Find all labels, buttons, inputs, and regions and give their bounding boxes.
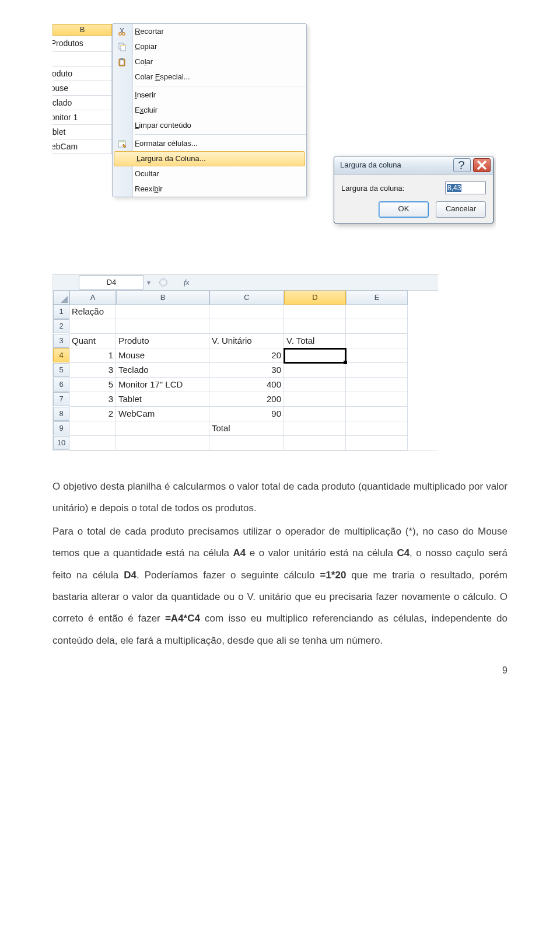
column-header[interactable]: B <box>116 291 209 305</box>
column-header[interactable]: B <box>52 24 112 36</box>
menu-item[interactable]: Limpar conteúdo <box>113 118 306 133</box>
row-header[interactable]: 6 <box>53 378 69 392</box>
cell[interactable]: 5 <box>69 378 116 392</box>
menu-item-label: Largura da Coluna... <box>133 151 304 166</box>
cell[interactable] <box>284 363 346 378</box>
formula-bar[interactable] <box>189 276 195 289</box>
cell[interactable]: Quant <box>69 334 116 348</box>
menu-item[interactable]: Recortar <box>113 24 306 39</box>
cell[interactable]: Monitor 1 <box>52 110 111 125</box>
name-box[interactable]: D4 <box>79 275 144 289</box>
cell[interactable]: WebCam <box>116 407 209 421</box>
menu-item[interactable]: Excluir <box>113 103 306 118</box>
column-header[interactable]: A <box>69 291 116 305</box>
menu-item[interactable]: Copiar <box>113 39 306 54</box>
cell[interactable] <box>284 421 346 436</box>
cell[interactable] <box>346 407 408 421</box>
cell[interactable] <box>209 305 284 319</box>
menu-item[interactable]: Colar <box>113 54 306 69</box>
cell[interactable]: 200 <box>209 392 284 407</box>
cell[interactable]: Mouse <box>52 81 111 96</box>
cell[interactable] <box>346 363 408 378</box>
cell[interactable] <box>346 319 408 334</box>
menu-item[interactable]: Inserir <box>113 88 306 103</box>
fx-icon[interactable]: fx <box>184 278 189 287</box>
cell[interactable] <box>346 421 408 436</box>
cell[interactable]: Mouse <box>116 348 209 363</box>
select-all-corner[interactable] <box>53 291 69 305</box>
cell[interactable] <box>284 319 346 334</box>
cell[interactable]: V. Unitário <box>209 334 284 348</box>
cell[interactable] <box>284 407 346 421</box>
column-header[interactable]: D <box>284 291 346 305</box>
close-button[interactable] <box>473 158 491 172</box>
cell[interactable]: Relação de Produtos <box>69 305 116 319</box>
row-header[interactable]: 4 <box>53 348 69 362</box>
cell[interactable] <box>346 392 408 407</box>
cell[interactable] <box>209 319 284 334</box>
cell[interactable]: Total <box>209 421 284 436</box>
cell[interactable] <box>284 348 346 363</box>
cell[interactable]: 20 <box>209 348 284 363</box>
cell[interactable]: Tablet <box>116 392 209 407</box>
row-header[interactable]: 8 <box>53 407 69 421</box>
cell[interactable] <box>284 305 346 319</box>
name-box-dropdown-icon[interactable]: ▼ <box>144 280 153 286</box>
cell[interactable]: 3 <box>69 392 116 407</box>
cell[interactable] <box>346 348 408 363</box>
cancel-button[interactable]: Cancelar <box>436 201 486 218</box>
cell[interactable]: e Produtos <box>52 36 111 52</box>
cell[interactable] <box>346 305 408 319</box>
cell[interactable]: 400 <box>209 378 284 392</box>
column-header[interactable]: E <box>346 291 408 305</box>
cell[interactable] <box>284 392 346 407</box>
cell[interactable] <box>116 421 209 436</box>
column-width-input[interactable]: 8,43 <box>445 181 486 194</box>
cell[interactable] <box>69 436 116 451</box>
cell[interactable] <box>209 436 284 451</box>
cell[interactable] <box>52 52 111 67</box>
menu-item[interactable]: Formatar células... <box>113 136 306 151</box>
cell[interactable]: 90 <box>209 407 284 421</box>
menu-item[interactable]: Ocultar <box>113 166 306 181</box>
cell[interactable]: Monitor 17" LCD <box>116 378 209 392</box>
cell[interactable] <box>346 436 408 451</box>
row-header[interactable]: 5 <box>53 363 69 377</box>
cell[interactable] <box>116 305 209 319</box>
cell[interactable]: 3 <box>69 363 116 378</box>
row-header[interactable]: 10 <box>53 436 69 450</box>
cell[interactable]: V. Total <box>284 334 346 348</box>
cell[interactable]: WebCam <box>52 139 111 154</box>
cell[interactable]: Teclado <box>116 363 209 378</box>
dialog-title-bar: Largura da coluna ? <box>334 156 493 174</box>
row-header[interactable]: 7 <box>53 392 69 406</box>
cell[interactable] <box>284 378 346 392</box>
row-header[interactable]: 9 <box>53 421 69 435</box>
row-header[interactable]: 3 <box>53 334 69 348</box>
cell[interactable] <box>69 421 116 436</box>
cell[interactable] <box>346 378 408 392</box>
cell[interactable]: 2 <box>69 407 116 421</box>
cell[interactable] <box>116 319 209 334</box>
cell[interactable]: Produto <box>52 67 111 81</box>
cell[interactable]: 30 <box>209 363 284 378</box>
ok-button[interactable]: OK <box>379 201 429 218</box>
body-text: O objetivo desta planilha é calcularmos … <box>52 476 508 651</box>
row-header[interactable]: 1 <box>53 305 69 319</box>
cell[interactable] <box>69 319 116 334</box>
column-header[interactable]: C <box>209 291 284 305</box>
cell[interactable] <box>116 436 209 451</box>
menu-item[interactable]: Colar Especial... <box>113 69 306 85</box>
cell[interactable]: 1 <box>69 348 116 363</box>
menu-item[interactable]: Largura da Coluna... <box>114 151 305 166</box>
cell[interactable] <box>284 436 346 451</box>
cell[interactable]: Tablet <box>52 125 111 139</box>
row-header[interactable]: 2 <box>53 319 69 333</box>
help-button[interactable]: ? <box>453 158 471 172</box>
cell[interactable]: Produto <box>116 334 209 348</box>
menu-item[interactable]: Reexibir <box>113 181 306 197</box>
svg-text:?: ? <box>458 158 465 172</box>
cell[interactable] <box>346 334 408 348</box>
paste-icon <box>113 57 131 67</box>
cell[interactable]: Teclado <box>52 96 111 110</box>
